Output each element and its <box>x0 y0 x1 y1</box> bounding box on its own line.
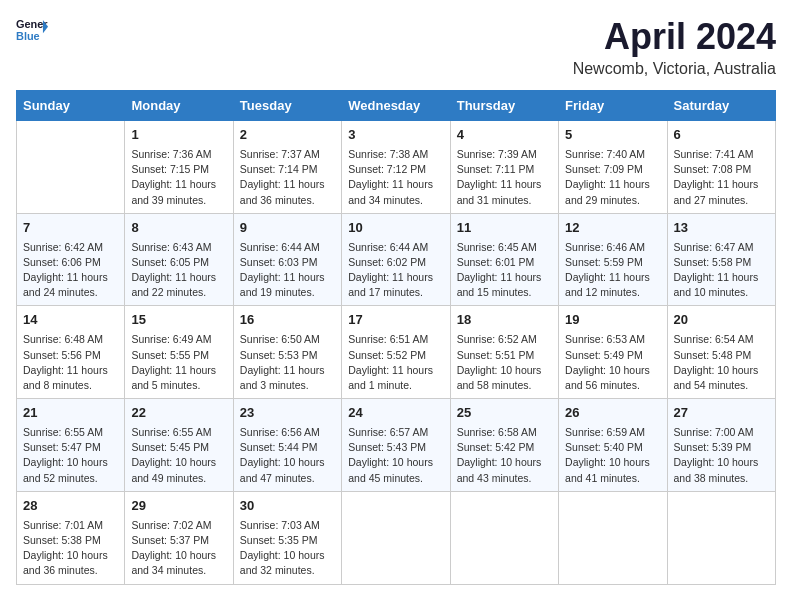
day-number: 4 <box>457 126 552 145</box>
day-number: 6 <box>674 126 769 145</box>
calendar-cell: 28Sunrise: 7:01 AM Sunset: 5:38 PM Dayli… <box>17 491 125 584</box>
logo-icon: General Blue <box>16 16 48 44</box>
day-number: 27 <box>674 404 769 423</box>
weekday-header-monday: Monday <box>125 91 233 121</box>
cell-content: Sunrise: 7:01 AM Sunset: 5:38 PM Dayligh… <box>23 518 118 579</box>
cell-content: Sunrise: 6:54 AM Sunset: 5:48 PM Dayligh… <box>674 332 769 393</box>
day-number: 1 <box>131 126 226 145</box>
calendar-cell: 10Sunrise: 6:44 AM Sunset: 6:02 PM Dayli… <box>342 213 450 306</box>
cell-content: Sunrise: 6:44 AM Sunset: 6:03 PM Dayligh… <box>240 240 335 301</box>
cell-content: Sunrise: 6:59 AM Sunset: 5:40 PM Dayligh… <box>565 425 660 486</box>
calendar-header-row: SundayMondayTuesdayWednesdayThursdayFrid… <box>17 91 776 121</box>
cell-content: Sunrise: 7:02 AM Sunset: 5:37 PM Dayligh… <box>131 518 226 579</box>
calendar-cell <box>17 121 125 214</box>
calendar-cell: 6Sunrise: 7:41 AM Sunset: 7:08 PM Daylig… <box>667 121 775 214</box>
weekday-header-wednesday: Wednesday <box>342 91 450 121</box>
day-number: 16 <box>240 311 335 330</box>
day-number: 26 <box>565 404 660 423</box>
cell-content: Sunrise: 6:46 AM Sunset: 5:59 PM Dayligh… <box>565 240 660 301</box>
page-header: General Blue April 2024 Newcomb, Victori… <box>16 16 776 78</box>
cell-content: Sunrise: 6:52 AM Sunset: 5:51 PM Dayligh… <box>457 332 552 393</box>
calendar-cell: 3Sunrise: 7:38 AM Sunset: 7:12 PM Daylig… <box>342 121 450 214</box>
calendar-cell: 5Sunrise: 7:40 AM Sunset: 7:09 PM Daylig… <box>559 121 667 214</box>
calendar-cell: 12Sunrise: 6:46 AM Sunset: 5:59 PM Dayli… <box>559 213 667 306</box>
cell-content: Sunrise: 6:43 AM Sunset: 6:05 PM Dayligh… <box>131 240 226 301</box>
calendar-cell: 8Sunrise: 6:43 AM Sunset: 6:05 PM Daylig… <box>125 213 233 306</box>
day-number: 23 <box>240 404 335 423</box>
calendar-cell: 19Sunrise: 6:53 AM Sunset: 5:49 PM Dayli… <box>559 306 667 399</box>
weekday-header-thursday: Thursday <box>450 91 558 121</box>
calendar-cell: 24Sunrise: 6:57 AM Sunset: 5:43 PM Dayli… <box>342 399 450 492</box>
cell-content: Sunrise: 7:03 AM Sunset: 5:35 PM Dayligh… <box>240 518 335 579</box>
day-number: 5 <box>565 126 660 145</box>
calendar-cell: 18Sunrise: 6:52 AM Sunset: 5:51 PM Dayli… <box>450 306 558 399</box>
calendar-cell: 15Sunrise: 6:49 AM Sunset: 5:55 PM Dayli… <box>125 306 233 399</box>
day-number: 11 <box>457 219 552 238</box>
calendar-cell: 23Sunrise: 6:56 AM Sunset: 5:44 PM Dayli… <box>233 399 341 492</box>
cell-content: Sunrise: 6:55 AM Sunset: 5:45 PM Dayligh… <box>131 425 226 486</box>
calendar-cell: 4Sunrise: 7:39 AM Sunset: 7:11 PM Daylig… <box>450 121 558 214</box>
day-number: 10 <box>348 219 443 238</box>
cell-content: Sunrise: 7:39 AM Sunset: 7:11 PM Dayligh… <box>457 147 552 208</box>
cell-content: Sunrise: 6:53 AM Sunset: 5:49 PM Dayligh… <box>565 332 660 393</box>
calendar-cell: 14Sunrise: 6:48 AM Sunset: 5:56 PM Dayli… <box>17 306 125 399</box>
calendar-cell <box>559 491 667 584</box>
cell-content: Sunrise: 6:51 AM Sunset: 5:52 PM Dayligh… <box>348 332 443 393</box>
month-title: April 2024 <box>573 16 776 58</box>
calendar-cell: 21Sunrise: 6:55 AM Sunset: 5:47 PM Dayli… <box>17 399 125 492</box>
weekday-header-sunday: Sunday <box>17 91 125 121</box>
svg-text:Blue: Blue <box>16 30 40 42</box>
day-number: 29 <box>131 497 226 516</box>
calendar-cell: 17Sunrise: 6:51 AM Sunset: 5:52 PM Dayli… <box>342 306 450 399</box>
calendar-cell: 25Sunrise: 6:58 AM Sunset: 5:42 PM Dayli… <box>450 399 558 492</box>
weekday-header-friday: Friday <box>559 91 667 121</box>
cell-content: Sunrise: 6:56 AM Sunset: 5:44 PM Dayligh… <box>240 425 335 486</box>
cell-content: Sunrise: 7:40 AM Sunset: 7:09 PM Dayligh… <box>565 147 660 208</box>
day-number: 30 <box>240 497 335 516</box>
weekday-header-tuesday: Tuesday <box>233 91 341 121</box>
day-number: 18 <box>457 311 552 330</box>
calendar-week-row: 28Sunrise: 7:01 AM Sunset: 5:38 PM Dayli… <box>17 491 776 584</box>
logo: General Blue <box>16 16 48 44</box>
calendar-cell: 2Sunrise: 7:37 AM Sunset: 7:14 PM Daylig… <box>233 121 341 214</box>
day-number: 21 <box>23 404 118 423</box>
calendar-cell: 22Sunrise: 6:55 AM Sunset: 5:45 PM Dayli… <box>125 399 233 492</box>
day-number: 7 <box>23 219 118 238</box>
day-number: 14 <box>23 311 118 330</box>
cell-content: Sunrise: 6:49 AM Sunset: 5:55 PM Dayligh… <box>131 332 226 393</box>
cell-content: Sunrise: 7:37 AM Sunset: 7:14 PM Dayligh… <box>240 147 335 208</box>
calendar-cell: 27Sunrise: 7:00 AM Sunset: 5:39 PM Dayli… <box>667 399 775 492</box>
cell-content: Sunrise: 6:57 AM Sunset: 5:43 PM Dayligh… <box>348 425 443 486</box>
day-number: 8 <box>131 219 226 238</box>
calendar-cell: 11Sunrise: 6:45 AM Sunset: 6:01 PM Dayli… <box>450 213 558 306</box>
cell-content: Sunrise: 7:00 AM Sunset: 5:39 PM Dayligh… <box>674 425 769 486</box>
calendar-cell: 9Sunrise: 6:44 AM Sunset: 6:03 PM Daylig… <box>233 213 341 306</box>
calendar-cell <box>450 491 558 584</box>
calendar-week-row: 21Sunrise: 6:55 AM Sunset: 5:47 PM Dayli… <box>17 399 776 492</box>
calendar-cell: 7Sunrise: 6:42 AM Sunset: 6:06 PM Daylig… <box>17 213 125 306</box>
cell-content: Sunrise: 6:42 AM Sunset: 6:06 PM Dayligh… <box>23 240 118 301</box>
calendar-cell: 26Sunrise: 6:59 AM Sunset: 5:40 PM Dayli… <box>559 399 667 492</box>
calendar-cell: 29Sunrise: 7:02 AM Sunset: 5:37 PM Dayli… <box>125 491 233 584</box>
cell-content: Sunrise: 6:50 AM Sunset: 5:53 PM Dayligh… <box>240 332 335 393</box>
day-number: 3 <box>348 126 443 145</box>
calendar-week-row: 14Sunrise: 6:48 AM Sunset: 5:56 PM Dayli… <box>17 306 776 399</box>
title-section: April 2024 Newcomb, Victoria, Australia <box>573 16 776 78</box>
day-number: 19 <box>565 311 660 330</box>
cell-content: Sunrise: 7:41 AM Sunset: 7:08 PM Dayligh… <box>674 147 769 208</box>
day-number: 12 <box>565 219 660 238</box>
calendar-week-row: 1Sunrise: 7:36 AM Sunset: 7:15 PM Daylig… <box>17 121 776 214</box>
day-number: 13 <box>674 219 769 238</box>
cell-content: Sunrise: 6:58 AM Sunset: 5:42 PM Dayligh… <box>457 425 552 486</box>
location-title: Newcomb, Victoria, Australia <box>573 60 776 78</box>
calendar-cell: 1Sunrise: 7:36 AM Sunset: 7:15 PM Daylig… <box>125 121 233 214</box>
calendar-table: SundayMondayTuesdayWednesdayThursdayFrid… <box>16 90 776 585</box>
day-number: 20 <box>674 311 769 330</box>
calendar-week-row: 7Sunrise: 6:42 AM Sunset: 6:06 PM Daylig… <box>17 213 776 306</box>
calendar-cell <box>342 491 450 584</box>
cell-content: Sunrise: 6:45 AM Sunset: 6:01 PM Dayligh… <box>457 240 552 301</box>
day-number: 24 <box>348 404 443 423</box>
weekday-header-saturday: Saturday <box>667 91 775 121</box>
cell-content: Sunrise: 7:38 AM Sunset: 7:12 PM Dayligh… <box>348 147 443 208</box>
day-number: 25 <box>457 404 552 423</box>
